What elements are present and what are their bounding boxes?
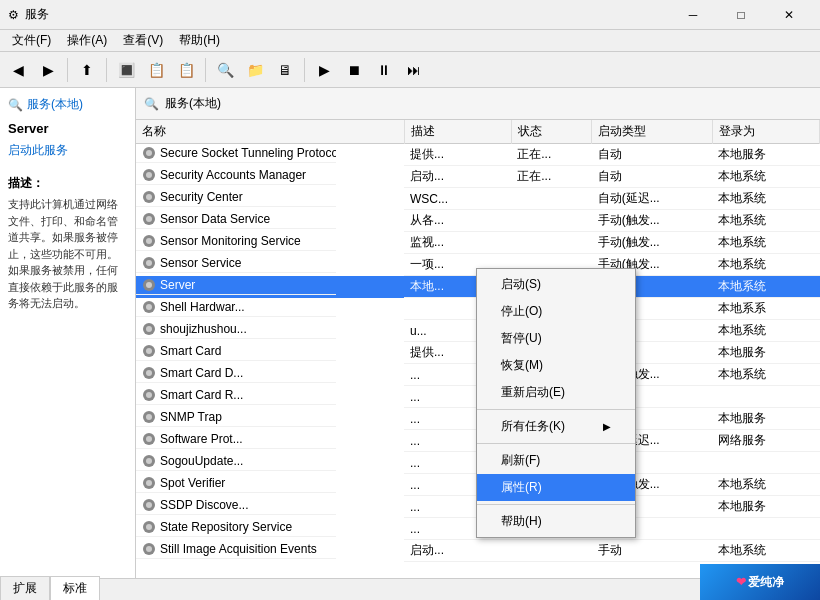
right-header-title: 服务(本地): [165, 95, 221, 112]
tab-standard[interactable]: 标准: [50, 576, 100, 600]
service-startup-cell: 自动: [592, 166, 713, 188]
service-name-cell: Security Center: [136, 188, 336, 207]
service-logon-cell: 本地服务: [712, 496, 819, 518]
table-row[interactable]: Sensor Monitoring Service 监视... 手动(触发...…: [136, 232, 820, 254]
svg-point-35: [146, 524, 152, 530]
context-menu-separator: [477, 443, 635, 444]
right-panel: 🔍 服务(本地) 名称 描述 状态 启动类型 登录为: [136, 88, 820, 578]
svg-point-37: [146, 546, 152, 552]
back-button[interactable]: ◀: [4, 56, 32, 84]
context-menu-item[interactable]: 启动(S): [477, 271, 635, 298]
svg-point-29: [146, 458, 152, 464]
service-name-cell: Shell Hardwar...: [136, 298, 336, 317]
search-button[interactable]: 🔍: [211, 56, 239, 84]
menu-help[interactable]: 帮助(H): [171, 30, 228, 51]
table-row[interactable]: Secure Socket Tunneling Protoco... 提供...…: [136, 144, 820, 166]
copy-button[interactable]: 📋: [142, 56, 170, 84]
context-menu-item-label: 启动(S): [501, 276, 541, 293]
svg-point-1: [146, 150, 152, 156]
service-logon-cell: [712, 386, 819, 408]
table-header: 名称 描述 状态 启动类型 登录为: [136, 120, 820, 144]
service-status-cell: 正在...: [511, 144, 591, 166]
table-row[interactable]: Still Image Acquisition Events 启动... 手动 …: [136, 540, 820, 562]
col-header-logon[interactable]: 登录为: [712, 120, 819, 144]
left-panel-header: 🔍 服务(本地): [8, 96, 127, 113]
svg-point-27: [146, 436, 152, 442]
service-status-cell: [511, 188, 591, 210]
stop-button[interactable]: ⏹: [340, 56, 368, 84]
svg-point-13: [146, 282, 152, 288]
restart-button[interactable]: ⏭: [400, 56, 428, 84]
table-row[interactable]: Security Accounts Manager 启动... 正在... 自动…: [136, 166, 820, 188]
service-logon-cell: 本地系统: [712, 474, 819, 496]
col-header-status[interactable]: 状态: [511, 120, 591, 144]
service-desc-cell: 提供...: [404, 144, 511, 166]
context-menu-item[interactable]: 帮助(H): [477, 508, 635, 535]
svg-point-19: [146, 348, 152, 354]
service-name-cell: SSDP Discove...: [136, 496, 336, 515]
left-panel: 🔍 服务(本地) Server 启动此服务 描述： 支持此计算机通过网络文件、打…: [0, 88, 136, 578]
service-desc-cell: 启动...: [404, 540, 511, 562]
service-logon-cell: 本地系统: [712, 232, 819, 254]
col-header-name[interactable]: 名称: [136, 120, 404, 144]
titlebar-controls: ─ □ ✕: [670, 0, 812, 30]
service-name-cell: Security Accounts Manager: [136, 166, 336, 185]
context-menu-item[interactable]: 刷新(F): [477, 447, 635, 474]
table-row[interactable]: Sensor Data Service 从各... 手动(触发... 本地系统: [136, 210, 820, 232]
minimize-button[interactable]: ─: [670, 0, 716, 30]
service-startup-cell: 自动(延迟...: [592, 188, 713, 210]
service-name-cell: SNMP Trap: [136, 408, 336, 427]
context-menu-item-label: 暂停(U): [501, 330, 542, 347]
context-menu-item[interactable]: 所有任务(K)▶: [477, 413, 635, 440]
context-menu-item[interactable]: 属性(R): [477, 474, 635, 501]
service-logon-cell: 本地系统: [712, 276, 819, 298]
service-logon-cell: 本地系系: [712, 298, 819, 320]
play-button[interactable]: ▶: [310, 56, 338, 84]
forward-button[interactable]: ▶: [34, 56, 62, 84]
svg-point-15: [146, 304, 152, 310]
service-name-cell: Sensor Service: [136, 254, 336, 273]
start-service-link[interactable]: 启动此服务: [8, 142, 68, 159]
computer-button[interactable]: 🖥: [271, 56, 299, 84]
paste-button[interactable]: 📋: [172, 56, 200, 84]
context-menu-item[interactable]: 暂停(U): [477, 325, 635, 352]
right-panel-header: 🔍 服务(本地): [136, 88, 820, 120]
watermark-text: 爱纯净: [748, 574, 784, 591]
desc-title: 描述：: [8, 175, 127, 192]
context-menu-item[interactable]: 恢复(M): [477, 352, 635, 379]
service-status-cell: [511, 232, 591, 254]
pause-button[interactable]: ⏸: [370, 56, 398, 84]
toolbar-sep-2: [106, 58, 107, 82]
svg-point-7: [146, 216, 152, 222]
left-panel-title-text: 服务(本地): [27, 96, 83, 113]
service-startup-cell: 手动(触发...: [592, 210, 713, 232]
context-menu-item-label: 帮助(H): [501, 513, 542, 530]
menu-file[interactable]: 文件(F): [4, 30, 59, 51]
table-row[interactable]: Security Center WSC... 自动(延迟... 本地系统: [136, 188, 820, 210]
folder-button[interactable]: 📁: [241, 56, 269, 84]
col-header-desc[interactable]: 描述: [404, 120, 511, 144]
context-menu-item[interactable]: 停止(O): [477, 298, 635, 325]
bottom-tabs: 扩展 标准: [0, 578, 820, 600]
menubar: 文件(F) 操作(A) 查看(V) 帮助(H): [0, 30, 820, 52]
col-header-startup[interactable]: 启动类型: [592, 120, 713, 144]
desc-text: 支持此计算机通过网络文件、打印、和命名管道共享。如果服务被停止，这些功能不可用。…: [8, 196, 127, 312]
title-icon: ⚙: [8, 8, 19, 22]
menu-view[interactable]: 查看(V): [115, 30, 171, 51]
show-hide-button[interactable]: 🔳: [112, 56, 140, 84]
context-menu-item-label: 所有任务(K): [501, 418, 565, 435]
menu-action[interactable]: 操作(A): [59, 30, 115, 51]
service-name-cell: Server: [136, 276, 336, 295]
context-menu: 启动(S)停止(O)暂停(U)恢复(M)重新启动(E)所有任务(K)▶刷新(F)…: [476, 268, 636, 538]
tab-expand[interactable]: 扩展: [0, 576, 50, 600]
up-button[interactable]: ⬆: [73, 56, 101, 84]
toolbar-sep-3: [205, 58, 206, 82]
service-logon-cell: 本地系统: [712, 364, 819, 386]
maximize-button[interactable]: □: [718, 0, 764, 30]
service-name-cell: Secure Socket Tunneling Protoco...: [136, 144, 336, 163]
service-desc-cell: 从各...: [404, 210, 511, 232]
context-menu-item[interactable]: 重新启动(E): [477, 379, 635, 406]
svg-point-5: [146, 194, 152, 200]
close-button[interactable]: ✕: [766, 0, 812, 30]
service-startup-cell: 手动(触发...: [592, 232, 713, 254]
